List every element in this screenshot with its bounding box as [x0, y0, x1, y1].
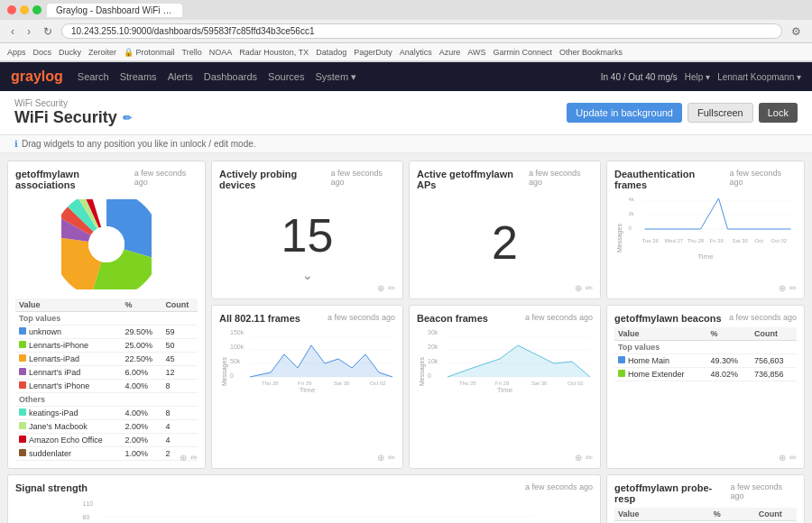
bookmark-protonmail[interactable]: 🔒 Protonmail — [124, 48, 175, 57]
svg-text:Sat 30: Sat 30 — [334, 381, 350, 386]
page-title-text: WiFi Security — [14, 108, 117, 127]
widget-edit-icon6[interactable]: ✏ — [789, 283, 797, 293]
beacons-data-table: Value % Count Top values Home Main 49.30… — [614, 327, 797, 381]
bookmark-ducky[interactable]: Ducky — [59, 48, 81, 57]
beacon-frames-title: Beacon frames — [417, 313, 488, 324]
widget-actions-deauth: ⊕ ✏ — [779, 283, 797, 293]
table-row: Home Main 49.30% 756,603 — [614, 354, 797, 368]
minimize-button[interactable] — [20, 5, 29, 14]
probe-resp-table: Value % Count Top values Home Extender 7… — [614, 508, 797, 523]
widget-copy-icon3[interactable]: ⊕ — [377, 453, 384, 463]
widget-copy-icon6[interactable]: ⊕ — [779, 283, 786, 293]
lock-button[interactable]: Lock — [759, 103, 798, 123]
widget-copy-icon[interactable]: ⊕ — [180, 453, 187, 463]
table-row: Home Extender 48.02% 736,856 — [614, 368, 797, 381]
app-logo: graylog — [11, 69, 63, 85]
svg-text:Oct 02: Oct 02 — [771, 238, 788, 243]
deauth-title: Deauthentication frames — [614, 169, 729, 190]
maximize-button[interactable] — [32, 5, 42, 14]
svg-text:Wed 27: Wed 27 — [665, 238, 684, 243]
bookmark-trello[interactable]: Trello — [182, 48, 202, 57]
browser-bookmarks: Apps Docs Ducky Zeroiter 🔒 Protonmail Tr… — [0, 43, 812, 61]
svg-text:2k: 2k — [629, 211, 635, 216]
all-frames-time: a few seconds ago — [328, 313, 395, 322]
svg-text:4k: 4k — [629, 197, 635, 202]
active-aps-time: a few seconds ago — [529, 169, 593, 187]
breadcrumb: WiFi Security — [14, 98, 132, 108]
forward-button[interactable]: › — [23, 23, 34, 40]
update-background-button[interactable]: Update in background — [567, 103, 682, 123]
svg-text:Thu 28: Thu 28 — [262, 381, 279, 386]
all-frames-title: All 802.11 frames — [219, 313, 300, 324]
widget-edit-icon[interactable]: ✏ — [190, 453, 198, 463]
page-title: WiFi Security ✏ — [14, 108, 132, 127]
widget-edit-icon3[interactable]: ✏ — [388, 453, 395, 463]
edit-icon[interactable]: ✏ — [123, 112, 132, 124]
signal-y-label: Value — [15, 497, 23, 523]
widget-actions-beacon: ⊕ ✏ — [575, 453, 593, 463]
nav-streams[interactable]: Streams — [120, 71, 157, 83]
header-right: In 40 / Out 40 mg/s Help ▾ Lennart Koopm… — [601, 72, 801, 82]
table-row: Jane's Macbook2.00%4 — [15, 420, 198, 434]
active-aps-title: Active getoffmylawn APs — [417, 169, 529, 190]
bookmark-aws[interactable]: AWS — [467, 48, 485, 57]
associations-time: a few seconds ago — [134, 169, 198, 187]
close-button[interactable] — [7, 5, 16, 14]
probing-widget: Actively probing devices a few seconds a… — [211, 161, 403, 299]
throughput-display: In 40 / Out 40 mg/s — [601, 72, 678, 82]
widget-edit-icon4[interactable]: ✏ — [586, 283, 593, 293]
page-header: WiFi Security WiFi Security ✏ Update in … — [0, 91, 812, 135]
nav-sources[interactable]: Sources — [268, 71, 304, 83]
bookmark-other[interactable]: Other Bookmarks — [559, 48, 623, 57]
browser-tab[interactable]: Graylog - Dashboard WiFi Se... — [47, 4, 182, 17]
user-menu[interactable]: Lennart Koopmann ▾ — [717, 72, 801, 82]
bookmark-garmin[interactable]: Garmin Connect — [493, 48, 552, 57]
table-row: Lennarts-iPhone25.00%50 — [15, 339, 198, 353]
beacons-col-count: Count — [751, 327, 797, 341]
beacons-table-widget: getoffmylawn beacons a few seconds ago V… — [606, 305, 805, 469]
back-button[interactable]: ‹ — [7, 23, 18, 40]
widget-edit-icon5[interactable]: ✏ — [586, 453, 593, 463]
nav-system[interactable]: System ▾ — [315, 71, 356, 83]
widget-actions-beacons-table: ⊕ ✏ — [779, 453, 797, 463]
svg-text:150k: 150k — [230, 329, 245, 335]
all-frames-chart: 150k 100k 50k 0 Thu 28 Fri 29 — [227, 327, 395, 386]
bookmark-azure[interactable]: Azure — [439, 48, 461, 57]
table-row: Amazon Echo Office2.00%4 — [15, 434, 198, 447]
widget-edit-icon2[interactable]: ✏ — [388, 283, 395, 293]
widget-copy-icon2[interactable]: ⊕ — [377, 283, 384, 293]
browser-titlebar: Graylog - Dashboard WiFi Se... — [0, 0, 812, 20]
info-bar: ℹ Drag widgets to any position you like … — [0, 135, 812, 153]
signal-time: a few seconds ago — [525, 482, 593, 491]
refresh-button[interactable]: ↻ — [40, 23, 56, 40]
window-controls — [7, 5, 42, 14]
widget-copy-icon4[interactable]: ⊕ — [575, 283, 582, 293]
bookmark-apps[interactable]: Apps — [7, 48, 26, 57]
widget-copy-icon7[interactable]: ⊕ — [779, 453, 786, 463]
col-count: Count — [161, 298, 198, 312]
beacons-table-title: getoffmylawn beacons — [614, 313, 722, 324]
svg-text:Oct 02: Oct 02 — [370, 381, 386, 386]
extensions-button[interactable]: ⚙ — [788, 23, 805, 40]
bookmark-noaa[interactable]: NOAA — [209, 48, 233, 57]
bookmark-analytics[interactable]: Analytics — [400, 48, 432, 57]
widget-copy-icon5[interactable]: ⊕ — [575, 453, 582, 463]
nav-alerts[interactable]: Alerts — [168, 71, 193, 83]
bookmark-zeroiter[interactable]: Zeroiter — [88, 48, 116, 57]
fullscreen-button[interactable]: Fullscreen — [687, 103, 753, 123]
deauth-x-label: Time — [614, 252, 797, 261]
nav-search[interactable]: Search — [78, 71, 109, 83]
svg-text:Oct 02: Oct 02 — [567, 381, 584, 386]
probing-value: 15 — [281, 203, 334, 268]
bookmark-radar[interactable]: Radar Houston, TX — [239, 48, 309, 57]
svg-text:110: 110 — [83, 500, 94, 507]
bookmark-docs[interactable]: Docs — [33, 48, 52, 57]
bookmark-datadog[interactable]: Datadog — [316, 48, 346, 57]
associations-title: getoffmylawn associations — [15, 169, 134, 190]
address-bar[interactable]: 10.243.255.10:9000/dashboards/59583f7c85… — [61, 23, 782, 39]
help-menu[interactable]: Help ▾ — [685, 72, 710, 82]
nav-dashboards[interactable]: Dashboards — [204, 71, 257, 83]
bookmark-pagerduty[interactable]: PagerDuty — [354, 48, 392, 57]
svg-text:Oct: Oct — [755, 238, 764, 243]
widget-edit-icon7[interactable]: ✏ — [789, 453, 797, 463]
